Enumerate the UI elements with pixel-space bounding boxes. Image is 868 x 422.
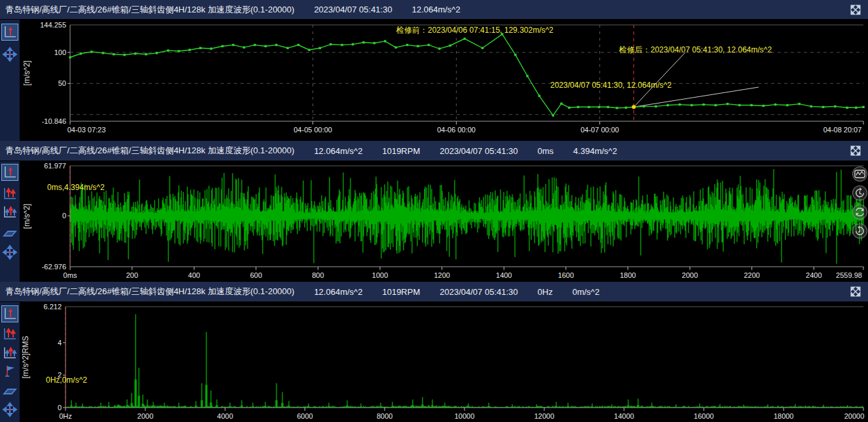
spectrum-cursor-readout: 0Hz,0m/s^2 <box>46 375 87 385</box>
svg-text:1200: 1200 <box>434 271 449 279</box>
svg-text:[m/s^2]: [m/s^2] <box>22 204 31 229</box>
harmonic-cursor-tool-button[interactable] <box>1 185 18 202</box>
svg-text:400: 400 <box>188 271 200 279</box>
expand-button[interactable] <box>848 3 863 17</box>
svg-text:0Hz: 0Hz <box>59 412 72 420</box>
header-value: 12.064m/s^2 <box>412 5 461 14</box>
sync-arrows-icon <box>853 205 867 219</box>
trend-body: 04-03 07:2304-05 00:0004-06 00:0004-07 0… <box>0 20 868 141</box>
svg-text:50: 50 <box>58 79 66 87</box>
spectrum-body: 6.212420[m/s^2]RMS0Hz2000400060008000100… <box>0 302 868 422</box>
svg-text:4000: 4000 <box>217 412 233 420</box>
expand-button[interactable] <box>848 144 863 158</box>
panel-spectrum: 青岛特钢/高线厂/二高线/26#锥箱/三轴斜齿侧4H/128k 加速度波形(0.… <box>0 282 868 422</box>
harmonic-cursor-tool-button[interactable] <box>1 325 18 342</box>
single-cursor-icon <box>2 24 18 40</box>
svg-text:8000: 8000 <box>377 412 392 420</box>
waveform-header: 青岛特钢/高线厂/二高线/26#锥箱/三轴斜齿侧4H/128k 加速度波形(0.… <box>0 141 868 161</box>
clock-history-icon <box>853 224 867 238</box>
header-cursor-x: 0ms <box>538 146 554 156</box>
waveform-body: 61.9770-62.976[m/s^2]0ms2004006008001000… <box>0 161 868 282</box>
annotation-cursor-point: 2023/04/07 05:41:30, 12.064m/s^2 <box>550 81 671 90</box>
spectrum-chart[interactable]: 6.212420[m/s^2]RMS0Hz2000400060008000100… <box>20 302 868 422</box>
svg-text:4: 4 <box>58 339 62 347</box>
svg-text:61.977: 61.977 <box>44 162 66 170</box>
flag-marker-tool-button[interactable] <box>1 362 18 379</box>
svg-text:20000: 20000 <box>844 412 865 420</box>
single-cursor-tool-button[interactable] <box>1 164 18 181</box>
expand-icon <box>850 286 861 297</box>
svg-text:100: 100 <box>54 48 66 56</box>
sync-refresh-button[interactable] <box>852 204 867 220</box>
svg-text:[m/s^2]: [m/s^2] <box>22 60 31 85</box>
svg-text:-10.846: -10.846 <box>42 117 66 125</box>
svg-text:10000: 10000 <box>455 412 475 420</box>
waveform-chart[interactable]: 61.9770-62.976[m/s^2]0ms2004006008001000… <box>20 161 868 282</box>
svg-text:1400: 1400 <box>496 271 512 279</box>
header-cursor-value: 0m/s^2 <box>573 287 600 297</box>
single-cursor-icon <box>2 164 18 180</box>
svg-text:12000: 12000 <box>535 412 555 420</box>
panel-waveform: 青岛特钢/高线厂/二高线/26#锥箱/三轴斜齿侧4H/128k 加速度波形(0.… <box>0 141 868 282</box>
harmonic-cursor-icon <box>2 185 18 201</box>
svg-text:2200: 2200 <box>744 271 759 279</box>
annotation-before-repair: 检修前：2023/04/06 07:41:15, 129.302m/s^2 <box>396 25 554 36</box>
expand-button[interactable] <box>848 284 863 299</box>
svg-text:600: 600 <box>250 271 262 279</box>
waveform-toolbar <box>0 161 20 282</box>
sideband-cursor-tool-button[interactable] <box>1 344 18 361</box>
sideband-cursor-icon <box>2 345 18 360</box>
flag-icon <box>2 363 18 379</box>
svg-text:14000: 14000 <box>614 412 634 420</box>
trend-chart[interactable]: 04-03 07:2304-05 00:0004-06 00:0004-07 0… <box>20 20 868 141</box>
pan-tool-button[interactable] <box>1 401 18 418</box>
channel-path: 青岛特钢/高线厂/二高线/26#锥箱/三轴斜齿侧4H/128k 加速度波形(0.… <box>5 4 294 16</box>
history-forward-button[interactable] <box>852 223 867 239</box>
single-cursor-icon <box>2 306 18 322</box>
vibration-analysis-app: 青岛特钢/高线厂/二高线/26#锥箱/三轴斜齿侧4H/128k 加速度波形(0.… <box>0 0 868 422</box>
waveform-monitor-button[interactable] <box>852 166 867 182</box>
channel-path: 青岛特钢/高线厂/二高线/26#锥箱/三轴斜齿侧4H/128k 加速度波形(0.… <box>5 286 294 297</box>
band-marker-icon <box>2 225 18 240</box>
svg-text:04-07 00:00: 04-07 00:00 <box>580 126 619 134</box>
svg-text:1000: 1000 <box>372 271 388 279</box>
svg-text:2400: 2400 <box>806 271 821 279</box>
move-cross-icon <box>2 244 18 260</box>
svg-text:6000: 6000 <box>297 412 312 420</box>
move-cross-icon <box>2 402 18 417</box>
sideband-cursor-icon <box>2 204 18 220</box>
move-cross-icon <box>2 47 18 62</box>
svg-text:2559.98: 2559.98 <box>836 271 862 279</box>
band-marker-tool-button[interactable] <box>1 382 18 399</box>
sideband-cursor-tool-button[interactable] <box>1 203 18 220</box>
header-value: 12.064m/s^2 <box>314 146 362 156</box>
svg-text:0ms: 0ms <box>64 271 77 279</box>
svg-text:800: 800 <box>312 271 324 279</box>
overlay-buttons <box>852 166 867 239</box>
header-cursor-value: 4.394m/s^2 <box>573 146 617 156</box>
trend-toolbar <box>0 20 20 141</box>
svg-text:0: 0 <box>62 212 66 220</box>
waveform-cursor-readout: 0ms,4.394m/s^2 <box>47 183 105 192</box>
channel-path: 青岛特钢/高线厂/二高线/26#锥箱/三轴斜齿侧4H/128k 加速度波形(0.… <box>5 145 294 157</box>
harmonic-cursor-icon <box>2 326 18 341</box>
header-value: 12.064m/s^2 <box>314 287 362 297</box>
panel-trend: 青岛特钢/高线厂/二高线/26#锥箱/三轴斜齿侧4H/128k 加速度波形(0.… <box>0 0 868 141</box>
single-cursor-tool-button[interactable] <box>1 24 18 41</box>
svg-text:-62.976: -62.976 <box>42 263 66 271</box>
history-back-button[interactable] <box>852 185 867 201</box>
single-cursor-tool-button[interactable] <box>1 305 18 322</box>
trend-header: 青岛特钢/高线厂/二高线/26#锥箱/三轴斜齿侧4H/128k 加速度波形(0.… <box>0 0 868 20</box>
header-cursor-x: 0Hz <box>538 287 553 297</box>
svg-text:16000: 16000 <box>694 412 714 420</box>
pan-tool-button[interactable] <box>1 244 18 261</box>
svg-text:1600: 1600 <box>558 271 574 279</box>
svg-text:[m/s^2]RMS: [m/s^2]RMS <box>21 336 30 379</box>
header-time: 2023/04/07 05:41:30 <box>440 287 518 297</box>
mini-waveform-icon <box>853 167 867 181</box>
pan-tool-button[interactable] <box>1 46 18 63</box>
svg-text:2000: 2000 <box>138 412 153 420</box>
band-marker-tool-button[interactable] <box>1 224 18 241</box>
expand-icon <box>850 4 861 16</box>
svg-text:04-03 07:23: 04-03 07:23 <box>67 126 106 134</box>
